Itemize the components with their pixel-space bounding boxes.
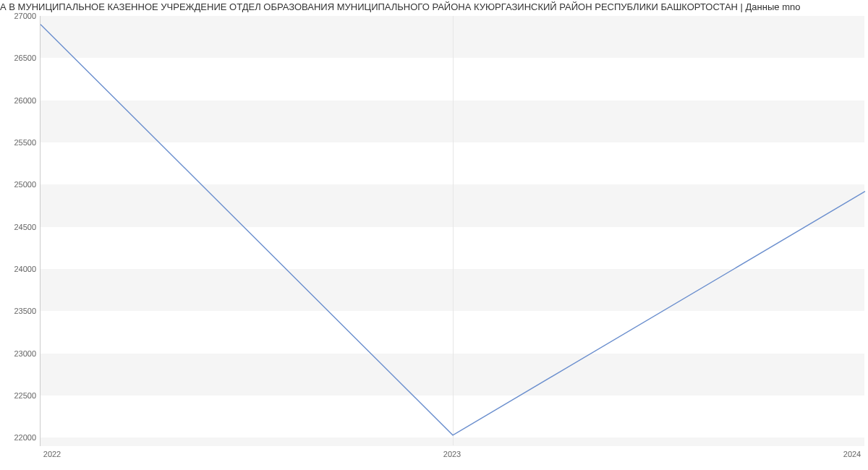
y-tick-label: 26500 [14,54,36,62]
y-tick-label: 23000 [14,349,36,358]
x-tick-label: 2024 [843,450,861,458]
y-tick-label: 25000 [14,180,36,189]
y-tick-label: 25500 [14,138,36,147]
plot-area [40,16,864,446]
y-tick-label: 26000 [14,96,36,105]
y-tick-label: 24000 [14,265,36,273]
chart-container: А В МУНИЦИПАЛЬНОЕ КАЗЕННОЕ УЧРЕЖДЕНИЕ ОТ… [0,0,868,470]
y-tick-label: 22500 [14,391,36,400]
y-tick-label: 24500 [14,223,36,231]
data-line [41,16,865,446]
y-tick-label: 27000 [14,12,36,20]
x-tick-label: 2022 [43,450,61,458]
y-tick-label: 23500 [14,307,36,315]
y-tick-label: 22000 [14,433,36,442]
x-tick-label: 2023 [443,450,461,458]
chart-title: А В МУНИЦИПАЛЬНОЕ КАЗЕННОЕ УЧРЕЖДЕНИЕ ОТ… [0,1,868,12]
